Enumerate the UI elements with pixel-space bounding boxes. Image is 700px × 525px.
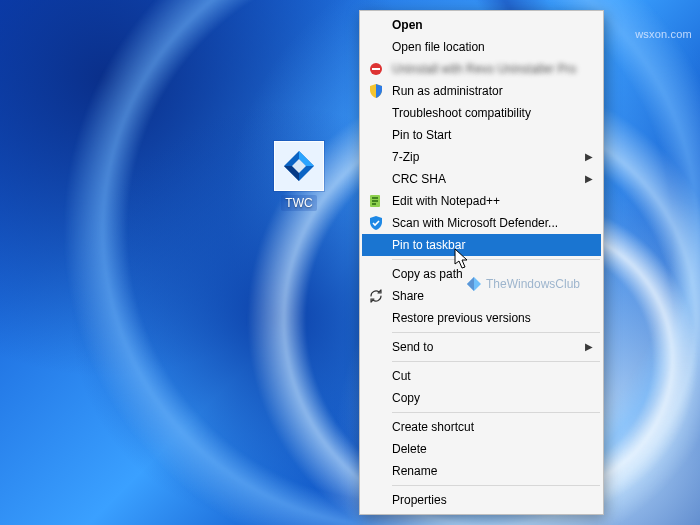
menu-label: Create shortcut	[392, 420, 474, 434]
menu-send-to[interactable]: Send to▶	[362, 336, 601, 358]
menu-separator	[392, 361, 600, 362]
desktop-shortcut-twc[interactable]: TWC	[264, 141, 334, 211]
menu-label: Delete	[392, 442, 427, 456]
menu-label: Send to	[392, 340, 433, 354]
watermark-text: TheWindowsClub	[486, 277, 580, 291]
shortcut-label: TWC	[281, 195, 316, 211]
uninstaller-icon	[368, 61, 384, 77]
menu-rename[interactable]: Rename	[362, 460, 601, 482]
menu-open-file-location[interactable]: Open file location	[362, 36, 601, 58]
menu-label: Copy as path	[392, 267, 463, 281]
menu-label: Share	[392, 289, 424, 303]
menu-label: Open file location	[392, 40, 485, 54]
menu-label: Scan with Microsoft Defender...	[392, 216, 558, 230]
menu-label: Cut	[392, 369, 411, 383]
menu-pin-to-taskbar[interactable]: Pin to taskbar	[362, 234, 601, 256]
menu-label: CRC SHA	[392, 172, 446, 186]
chevron-right-icon: ▶	[585, 146, 593, 168]
menu-label: Copy	[392, 391, 420, 405]
menu-label: Edit with Notepad++	[392, 194, 500, 208]
menu-label: Restore previous versions	[392, 311, 531, 325]
menu-properties[interactable]: Properties	[362, 489, 601, 511]
menu-label: Run as administrator	[392, 84, 503, 98]
menu-separator	[392, 412, 600, 413]
menu-label: Pin to Start	[392, 128, 451, 142]
menu-separator	[392, 332, 600, 333]
notepadpp-icon	[368, 193, 384, 209]
menu-label: Properties	[392, 493, 447, 507]
menu-label: Uninstall with Revo Uninstaller Pro	[392, 62, 576, 76]
menu-uninstall[interactable]: Uninstall with Revo Uninstaller Pro	[362, 58, 601, 80]
twc-logo-icon	[282, 149, 316, 183]
menu-cut[interactable]: Cut	[362, 365, 601, 387]
twc-mini-icon	[466, 276, 482, 292]
chevron-right-icon: ▶	[585, 336, 593, 358]
share-icon	[368, 288, 384, 304]
chevron-right-icon: ▶	[585, 168, 593, 190]
menu-open[interactable]: Open	[362, 14, 601, 36]
menu-crc-sha[interactable]: CRC SHA▶	[362, 168, 601, 190]
menu-run-as-admin[interactable]: Run as administrator	[362, 80, 601, 102]
svg-marker-8	[467, 277, 474, 291]
source-url-overlay: wsxon.com	[635, 28, 692, 40]
watermark: TheWindowsClub	[466, 276, 580, 292]
desktop[interactable]: wsxon.com TWC Open Open file location Un…	[0, 0, 700, 525]
menu-scan-defender[interactable]: Scan with Microsoft Defender...	[362, 212, 601, 234]
shortcut-icon-tile	[274, 141, 324, 191]
menu-separator	[392, 259, 600, 260]
menu-label: Rename	[392, 464, 437, 478]
menu-label: Pin to taskbar	[392, 238, 465, 252]
menu-label: Open	[392, 18, 423, 32]
shield-icon	[368, 83, 384, 99]
menu-edit-notepadpp[interactable]: Edit with Notepad++	[362, 190, 601, 212]
menu-copy[interactable]: Copy	[362, 387, 601, 409]
menu-separator	[392, 485, 600, 486]
menu-restore-versions[interactable]: Restore previous versions	[362, 307, 601, 329]
svg-rect-5	[372, 68, 380, 70]
menu-label: Troubleshoot compatibility	[392, 106, 531, 120]
menu-delete[interactable]: Delete	[362, 438, 601, 460]
menu-troubleshoot[interactable]: Troubleshoot compatibility	[362, 102, 601, 124]
menu-create-shortcut[interactable]: Create shortcut	[362, 416, 601, 438]
menu-pin-to-start[interactable]: Pin to Start	[362, 124, 601, 146]
defender-icon	[368, 215, 384, 231]
menu-label: 7-Zip	[392, 150, 419, 164]
menu-7zip[interactable]: 7-Zip▶	[362, 146, 601, 168]
context-menu: Open Open file location Uninstall with R…	[359, 10, 604, 515]
